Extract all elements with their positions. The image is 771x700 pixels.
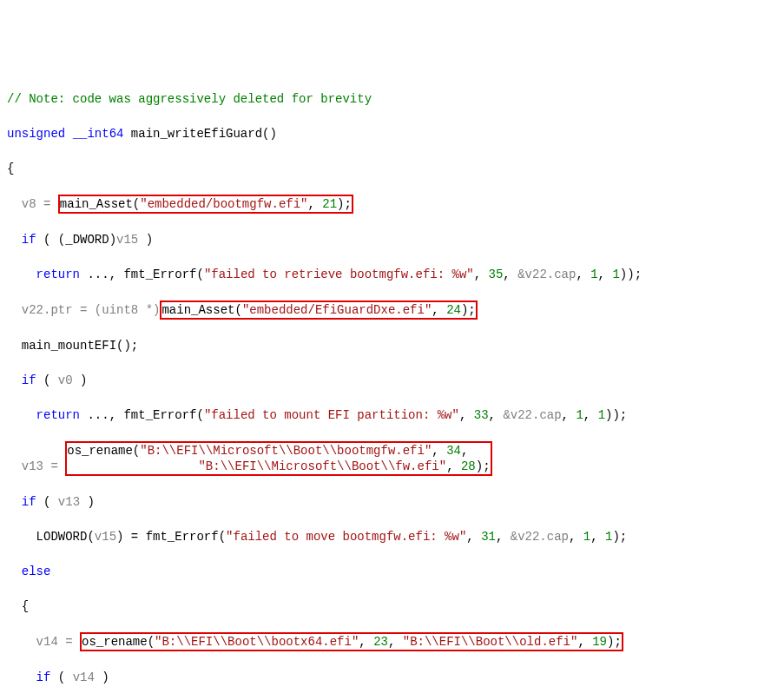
num: 24 xyxy=(446,303,461,317)
var-v13-lhs: v13 = xyxy=(22,459,65,473)
str: "failed to move bootmgfw.efi: %w" xyxy=(226,530,466,544)
num: 1 xyxy=(576,408,583,422)
str: "embedded/bootmgfw.efi" xyxy=(140,197,307,211)
hl-main-asset-2: main_Asset("embedded/EfiGuardDxe.efi", 2… xyxy=(160,300,477,320)
code-block: // Note: code was aggressively deleted f… xyxy=(7,73,764,700)
fn-fmt-errorf: fmt_Errorf xyxy=(123,267,196,281)
kw-if: if xyxy=(22,373,36,387)
str: "B:\\EFI\\Microsoft\\Boot\\fw.efi" xyxy=(198,459,446,473)
var: v15 xyxy=(95,530,116,544)
num: 19 xyxy=(592,635,607,649)
num: 35 xyxy=(489,267,504,281)
kw-return: return xyxy=(36,408,80,422)
var: &v22.cap xyxy=(511,530,569,544)
num: 21 xyxy=(322,197,337,211)
num: 33 xyxy=(474,408,489,422)
num: 31 xyxy=(481,530,496,544)
str: "B:\\EFI\\Boot\\old.efi" xyxy=(403,635,578,649)
num: 1 xyxy=(583,530,590,544)
fn-os-rename: os_rename xyxy=(82,635,148,649)
fn-os-rename: os_rename xyxy=(67,444,133,458)
str: "embedded/EfiGuardDxe.efi" xyxy=(242,303,432,317)
str: "B:\\EFI\\Microsoft\\Boot\\bootmgfw.efi" xyxy=(140,444,432,458)
num: 1 xyxy=(590,267,597,281)
var-v8-lhs: v8 = xyxy=(22,197,58,211)
var: &v22.cap xyxy=(517,267,576,281)
fn-main-writeEfiGuard: main_writeEfiGuard xyxy=(131,127,262,141)
kw-if: if xyxy=(22,233,36,247)
str: "failed to retrieve bootmgfw.efi: %w" xyxy=(204,267,474,281)
fn-fmt-errorf: fmt_Errorf xyxy=(123,408,196,422)
kw-else: else xyxy=(22,565,51,578)
hl-main-asset-1: main_Asset("embedded/bootmgfw.efi", 21); xyxy=(58,195,353,214)
fn-main-asset: main_Asset xyxy=(60,197,133,211)
comment-line: // Note: code was aggressively deleted f… xyxy=(7,92,372,106)
hl-os-rename-2: os_rename("B:\\EFI\\Boot\\bootx64.efi", … xyxy=(80,632,623,651)
cast-dword: (_DWORD) xyxy=(58,233,116,247)
var: v15 xyxy=(116,233,138,247)
str: "failed to mount EFI partition: %w" xyxy=(204,408,459,422)
num: 23 xyxy=(373,635,388,649)
kw-if: if xyxy=(22,495,36,509)
kw-if: if xyxy=(36,670,51,684)
str: "B:\\EFI\\Boot\\bootx64.efi" xyxy=(155,635,359,649)
hl-os-rename-1: os_rename("B:\\EFI\\Microsoft\\Boot\\boo… xyxy=(65,441,491,476)
var: v0 xyxy=(58,373,73,387)
var: v13 xyxy=(58,495,80,509)
var: &v22.cap xyxy=(503,408,561,422)
var-v22ptr: v22.ptr = (uint8 *) xyxy=(22,303,161,317)
num: 1 xyxy=(598,408,605,422)
kw-return: return xyxy=(36,267,80,281)
fn-main-asset: main_Asset xyxy=(161,303,234,317)
num: 34 xyxy=(446,444,461,458)
fn-fmt-errorf: fmt_Errorf xyxy=(146,530,219,544)
type-int64: __int64 xyxy=(73,127,124,141)
kw-unsigned: unsigned xyxy=(7,127,65,141)
num: 1 xyxy=(612,267,619,281)
var-v14-lhs: v14 = xyxy=(36,635,80,649)
fn-mount-efi: main_mountEFI xyxy=(22,339,116,353)
num: 28 xyxy=(461,459,476,473)
var: v14 xyxy=(73,670,95,684)
fn-lodword: LODWORD xyxy=(36,530,88,544)
